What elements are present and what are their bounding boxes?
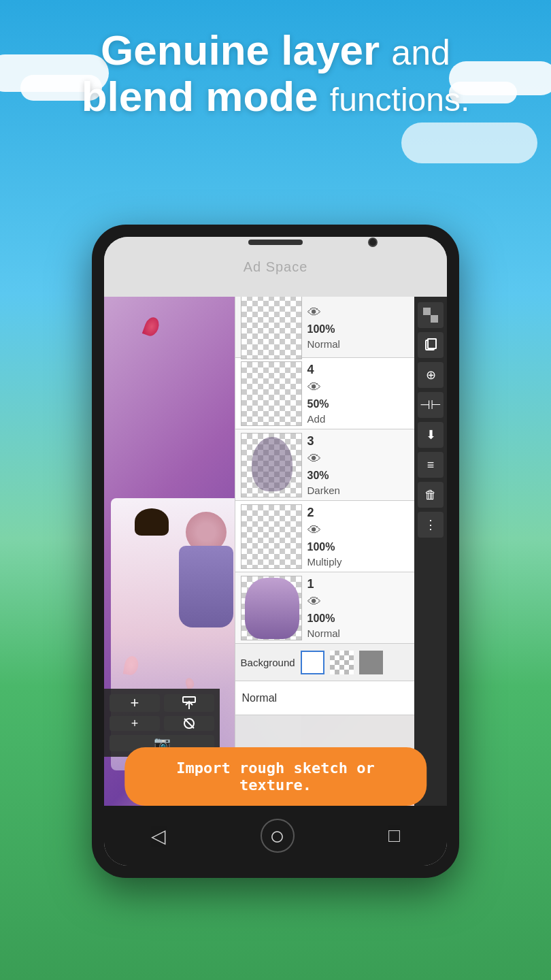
home-button[interactable]: ○ xyxy=(261,819,295,853)
layer-info-1: 1 👁 100% Normal xyxy=(307,577,431,639)
headline-bold-1: Genuine layer xyxy=(101,27,380,74)
layer-opacity-2: 100% xyxy=(307,541,428,553)
mask-button[interactable] xyxy=(164,716,214,731)
svg-rect-1 xyxy=(431,315,438,323)
banner-text: Import rough sketch or texture. xyxy=(176,760,374,794)
layer-opacity-3: 30% xyxy=(307,470,428,482)
layer-blend-top: Normal xyxy=(307,338,428,350)
layer-info-3: 3 👁 30% Darken xyxy=(307,434,431,496)
layer-eye-1[interactable]: 👁 xyxy=(307,594,428,610)
svg-rect-0 xyxy=(423,308,431,315)
flip-button[interactable]: ⊣⊢ xyxy=(418,392,444,418)
layer-blend-3: Darken xyxy=(307,485,428,496)
add-layer-button[interactable]: + xyxy=(110,694,160,712)
svg-rect-3 xyxy=(428,339,436,348)
layer-thumb-3 xyxy=(241,433,302,497)
headline-light-2: functions. xyxy=(330,82,469,118)
layer-number-3: 3 xyxy=(307,434,428,448)
layer-blend-1: Normal xyxy=(307,627,428,639)
layer-thumb-1 xyxy=(241,576,302,640)
phone-nav-bar[interactable]: ◁ ○ □ xyxy=(104,806,447,866)
canvas-area[interactable]: 👁 100% Normal ↙ 4 👁 50% Add ↙ xyxy=(104,297,447,811)
layer-opacity-1: 100% xyxy=(307,612,428,625)
blend-mode-value: Normal xyxy=(242,692,278,704)
copy-button[interactable] xyxy=(418,332,444,358)
layer-thumb-2 xyxy=(241,504,302,569)
layer-eye-4[interactable]: 👁 xyxy=(307,380,428,395)
layer-info-4: 4 👁 50% Add xyxy=(307,363,431,425)
layer-info-top: 👁 100% Normal xyxy=(307,305,431,350)
flatten-button[interactable]: ≡ xyxy=(418,452,444,478)
layer-blend-2: Multiply xyxy=(307,556,428,568)
layer-eye-3[interactable]: 👁 xyxy=(307,451,428,467)
phone-speaker xyxy=(248,240,303,245)
ad-space-bar: Ad Space xyxy=(104,237,447,297)
layer-thumb-4 xyxy=(241,361,302,426)
side-toolbar[interactable]: ⊕ ⊣⊢ ⬇ ≡ 🗑 ⋮ xyxy=(414,297,447,811)
layer-info-2: 2 👁 100% Multiply xyxy=(307,506,431,568)
phone-shell: Ad Space xyxy=(92,225,459,878)
phone-screen: Ad Space xyxy=(104,237,447,866)
layer-blend-4: Add xyxy=(307,413,428,425)
layer-number-4: 4 xyxy=(307,363,428,377)
background-label: Background xyxy=(241,657,295,668)
recent-button[interactable]: □ xyxy=(388,825,400,847)
layer-opacity-4: 50% xyxy=(307,398,428,410)
layer-eye-2[interactable]: 👁 xyxy=(307,523,428,538)
merge-button[interactable]: ⬇ xyxy=(418,422,444,448)
layer-number-2: 2 xyxy=(307,506,428,520)
phone-camera xyxy=(368,238,378,247)
delete-button[interactable]: 🗑 xyxy=(418,482,444,508)
checkerboard-button[interactable] xyxy=(418,302,444,328)
layer-eye-top[interactable]: 👁 xyxy=(307,305,428,321)
layer-opacity-top: 100% xyxy=(307,323,428,336)
headline-bold-2: blend mode xyxy=(82,73,318,120)
add-layer2-button[interactable]: + xyxy=(110,716,160,731)
ad-space-label: Ad Space xyxy=(244,259,308,275)
mini-toolbar[interactable]: + + 📷 xyxy=(104,689,220,757)
cloud-5 xyxy=(401,122,537,163)
bg-white-swatch[interactable] xyxy=(301,651,324,674)
bg-dark-swatch[interactable] xyxy=(359,651,383,674)
layer-thumb-top xyxy=(241,297,302,359)
import-button[interactable] xyxy=(164,694,214,712)
back-button[interactable]: ◁ xyxy=(151,825,166,847)
more-button[interactable]: ⋮ xyxy=(418,512,444,538)
headline-light-1: and xyxy=(391,33,450,72)
layer-number-1: 1 xyxy=(307,577,428,591)
orange-banner: Import rough sketch or texture. xyxy=(124,747,427,806)
bg-checker-swatch[interactable] xyxy=(330,651,354,674)
header-section: Genuine layer and blend mode functions. xyxy=(0,27,551,120)
move-button[interactable]: ⊕ xyxy=(418,362,444,388)
